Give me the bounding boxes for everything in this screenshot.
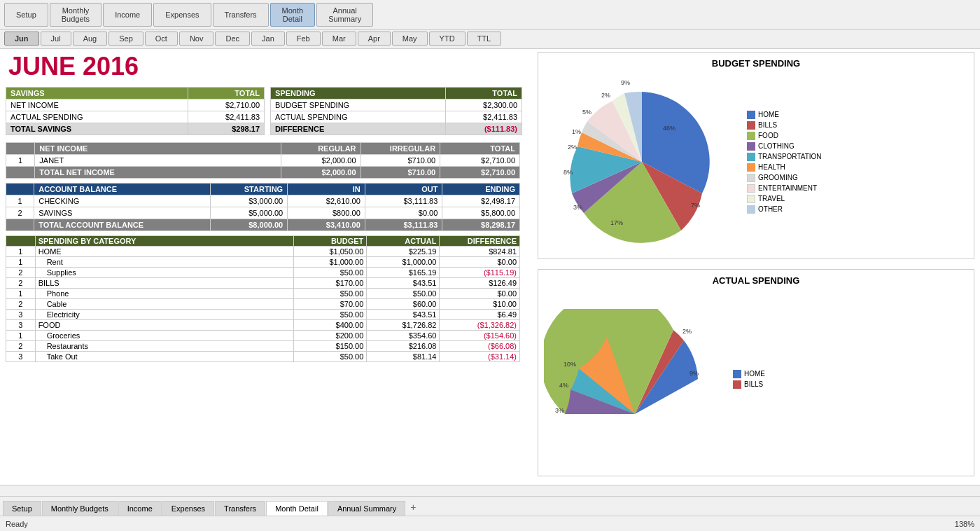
ni-janet-total: $2,710.00 bbox=[440, 155, 520, 167]
savings-total-header: TOTAL bbox=[188, 88, 265, 99]
actual-legend-home: HOME bbox=[733, 370, 765, 378]
sbc-supplies-label: Supplies bbox=[35, 268, 294, 278]
sbc-phone-label: Phone bbox=[35, 289, 294, 299]
tab-month-detail[interactable]: Month Detail bbox=[266, 501, 328, 516]
nav-transfers[interactable]: Transfers bbox=[213, 3, 269, 27]
nav-expenses[interactable]: Expenses bbox=[153, 3, 211, 27]
month-jul[interactable]: Jul bbox=[41, 32, 71, 46]
month-jan[interactable]: Jan bbox=[251, 32, 285, 46]
sbc-supplies-budget: $50.00 bbox=[294, 268, 367, 278]
ni-row-num: 1 bbox=[6, 155, 35, 167]
sbc-2-num: 2 bbox=[6, 278, 36, 289]
account-balance-table: ACCOUNT BALANCE STARTING IN OUT ENDING 1… bbox=[6, 183, 520, 231]
savings-table: SAVINGS TOTAL NET INCOME $2,710.00 ACTUA… bbox=[6, 87, 265, 135]
actual-spending2-value: $2,411.83 bbox=[446, 111, 522, 123]
month-ytd[interactable]: YTD bbox=[429, 32, 465, 46]
spreadsheet: Setup Monthly Budgets Income Expenses Tr… bbox=[0, 0, 980, 531]
scroll-area[interactable] bbox=[0, 485, 980, 496]
actual-chart: ACTUAL SPENDING bbox=[538, 269, 974, 476]
month-may[interactable]: May bbox=[392, 32, 428, 46]
nav-income[interactable]: Income bbox=[103, 3, 152, 27]
legend-clothing-color bbox=[747, 142, 755, 151]
legend-health-color bbox=[747, 163, 755, 172]
actual-legend-home-label: HOME bbox=[744, 370, 765, 378]
nav-month-detail[interactable]: Month Detail bbox=[270, 3, 316, 27]
month-dec[interactable]: Dec bbox=[215, 32, 250, 46]
month-mar[interactable]: Mar bbox=[322, 32, 356, 46]
sbc-supplies-actual: $165.19 bbox=[367, 268, 440, 278]
sbc-3-1-num: 1 bbox=[6, 331, 36, 341]
month-jun[interactable]: Jun bbox=[4, 32, 39, 46]
ab-ending-header: ENDING bbox=[442, 184, 520, 195]
add-sheet-btn[interactable]: + bbox=[406, 499, 420, 516]
nav-monthly-budgets[interactable]: Monthly Budgets bbox=[50, 3, 102, 27]
entertainment-pct: 5% bbox=[582, 109, 592, 116]
ab-checking-out: $3,111.83 bbox=[365, 195, 442, 207]
tab-annual-summary[interactable]: Annual Summary bbox=[328, 501, 405, 516]
nav-annual[interactable]: Annual Summary bbox=[316, 3, 373, 27]
month-feb[interactable]: Feb bbox=[286, 32, 321, 46]
tab-income[interactable]: Income bbox=[118, 501, 162, 516]
sbc-cable-actual: $60.00 bbox=[367, 299, 440, 310]
ni-total-label: TOTAL NET INCOME bbox=[35, 167, 281, 179]
sbc-food-label: FOOD bbox=[35, 320, 294, 331]
travel-pct: 2% bbox=[601, 92, 610, 99]
ab-total-starting: $8,000.00 bbox=[210, 219, 288, 231]
month-aug[interactable]: Aug bbox=[73, 32, 108, 46]
sbc-groceries-label: Groceries bbox=[35, 331, 294, 341]
month-sep[interactable]: Sep bbox=[108, 32, 144, 46]
tab-expenses[interactable]: Expenses bbox=[162, 501, 214, 516]
sbc-food-actual: $1,726.82 bbox=[367, 320, 440, 331]
sbc-food-budget: $400.00 bbox=[294, 320, 367, 331]
month-apr[interactable]: Apr bbox=[358, 32, 391, 46]
actual-transport-pct: 4% bbox=[559, 382, 568, 389]
ab-starting-header: STARTING bbox=[210, 184, 288, 195]
actual-legend-bills-color bbox=[733, 380, 741, 389]
ab-savings-out: $0.00 bbox=[365, 207, 442, 219]
ni-total-regular: $2,000.00 bbox=[281, 167, 360, 179]
ni-total-total: $2,710.00 bbox=[440, 167, 520, 179]
month-nov[interactable]: Nov bbox=[179, 32, 214, 46]
ni-total-num bbox=[6, 167, 35, 179]
budget-chart-title: BUDGET SPENDING bbox=[544, 58, 968, 69]
ab-total-in: $3,410.00 bbox=[288, 219, 365, 231]
legend-transport-color bbox=[747, 153, 755, 161]
legend-grooming: GROOMING bbox=[747, 174, 822, 182]
ni-janet-irregular: $710.00 bbox=[360, 155, 440, 167]
legend-transportation: TRANSPORTATION bbox=[747, 153, 822, 161]
sbc-rent-label: Rent bbox=[35, 257, 294, 268]
actual-spending-label: ACTUAL SPENDING bbox=[6, 111, 188, 123]
ab-in-header: IN bbox=[288, 184, 365, 195]
nav-setup[interactable]: Setup bbox=[4, 3, 48, 27]
sbc-electricity-diff: $6.49 bbox=[440, 310, 520, 320]
sbc-restaurants-budget: $150.00 bbox=[294, 341, 367, 352]
legend-clothing-label: CLOTHING bbox=[758, 142, 794, 150]
legend-bills: BILLS bbox=[747, 121, 822, 130]
ab-num-header bbox=[6, 184, 34, 195]
tab-setup[interactable]: Setup bbox=[3, 501, 41, 516]
net-income-label: NET INCOME bbox=[6, 99, 188, 111]
sbc-2-2-num: 2 bbox=[6, 299, 36, 310]
budget-spending-label: BUDGET SPENDING bbox=[271, 99, 446, 111]
actual-pie-chart: 9% 2% 3% 4% 10% bbox=[544, 309, 726, 449]
sbc-rent-budget: $1,000.00 bbox=[294, 257, 367, 268]
sbc-num-header bbox=[6, 236, 36, 247]
legend-grooming-label: GROOMING bbox=[758, 174, 798, 181]
legend-travel-label: TRAVEL bbox=[758, 195, 785, 202]
sbc-label-header: SPENDING BY CATEGORY bbox=[35, 236, 294, 247]
sbc-bills-budget: $170.00 bbox=[294, 278, 367, 289]
ab-savings-label: SAVINGS bbox=[34, 207, 210, 219]
sbc-phone-actual: $50.00 bbox=[367, 289, 440, 299]
status-ready: Ready bbox=[6, 520, 28, 528]
sbc-cable-diff: $10.00 bbox=[440, 299, 520, 310]
ab-checking-label: CHECKING bbox=[34, 195, 210, 207]
tab-monthly-budgets[interactable]: Monthly Budgets bbox=[42, 501, 118, 516]
sbc-electricity-budget: $50.00 bbox=[294, 310, 367, 320]
tab-transfers[interactable]: Transfers bbox=[215, 501, 265, 516]
month-ttl[interactable]: TTL bbox=[467, 32, 502, 46]
sbc-restaurants-label: Restaurants bbox=[35, 341, 294, 352]
sbc-takeout-budget: $50.00 bbox=[294, 352, 367, 362]
month-oct[interactable]: Oct bbox=[145, 32, 178, 46]
transport-pct: 8% bbox=[564, 169, 573, 176]
legend-home-label: HOME bbox=[758, 111, 779, 118]
